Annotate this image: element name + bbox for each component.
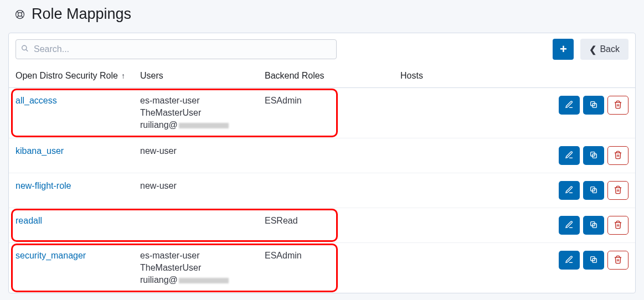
svg-line-2 [17, 11, 18, 13]
clone-button[interactable] [583, 216, 604, 235]
svg-line-4 [17, 15, 18, 17]
cell-actions [551, 96, 628, 115]
svg-point-6 [22, 45, 27, 50]
cell-backend: ESAdmin [265, 251, 400, 261]
table-row: security_manageres-master-userTheMasterU… [9, 243, 635, 293]
user-item: new-user [140, 146, 265, 156]
svg-line-3 [22, 15, 23, 17]
cell-role: new-flight-role [16, 181, 140, 191]
add-button[interactable]: + [553, 39, 574, 60]
delete-button[interactable] [607, 146, 628, 165]
col-header-backend[interactable]: Backend Roles [265, 71, 400, 81]
cell-users: new-user [140, 146, 265, 156]
table-row: kibana_usernew-user [9, 138, 635, 173]
pencil-icon [565, 255, 574, 266]
user-list: es-master-userTheMasterUserruiliang@ [140, 96, 265, 130]
col-header-actions [551, 71, 628, 81]
cell-role: security_manager [16, 251, 140, 261]
cell-users: new-user [140, 181, 265, 191]
page-header: Role Mappings [8, 6, 636, 23]
search-icon [21, 45, 29, 54]
cell-actions [551, 251, 628, 270]
trash-icon [614, 151, 622, 161]
col-header-role[interactable]: Open Distro Security Role ↑ [16, 71, 140, 81]
redacted-text [179, 278, 229, 283]
edit-button[interactable] [559, 146, 580, 165]
chevron-left-icon: ❮ [589, 44, 596, 55]
copy-icon [589, 185, 598, 196]
search-input[interactable] [16, 39, 337, 59]
sort-ascending-icon: ↑ [121, 71, 125, 80]
role-link[interactable]: kibana_user [16, 146, 64, 156]
table-row: readallESRead [9, 208, 635, 243]
user-item: new-user [140, 181, 265, 191]
search-wrap [16, 39, 337, 59]
cell-role: all_access [16, 96, 140, 106]
user-list: new-user [140, 181, 265, 191]
edit-button[interactable] [559, 251, 580, 270]
col-role-label: Open Distro Security Role [16, 71, 118, 81]
plus-icon: + [560, 43, 567, 55]
toolbar: + ❮ Back [9, 33, 635, 65]
role-link[interactable]: readall [16, 216, 42, 226]
delete-button[interactable] [607, 181, 628, 200]
table-header: Open Distro Security Role ↑ Users Backen… [9, 65, 635, 88]
table-body: all_accesses-master-userTheMasterUserrui… [9, 88, 635, 293]
role-link[interactable]: security_manager [16, 251, 86, 261]
clone-button[interactable] [583, 181, 604, 200]
col-header-hosts[interactable]: Hosts [400, 71, 551, 81]
cell-users: es-master-userTheMasterUserruiliang@ [140, 251, 265, 285]
user-item: ruiliang@ [140, 120, 265, 130]
svg-line-5 [22, 11, 23, 13]
cell-actions [551, 181, 628, 200]
col-header-users[interactable]: Users [140, 71, 265, 81]
pencil-icon [565, 100, 574, 111]
trash-icon [614, 185, 622, 196]
user-item: TheMasterUser [140, 263, 265, 273]
user-item: es-master-user [140, 96, 265, 106]
pencil-icon [565, 185, 574, 196]
back-button[interactable]: ❮ Back [580, 39, 628, 60]
role-link[interactable]: all_access [16, 96, 57, 106]
trash-icon [614, 220, 622, 231]
trash-icon [614, 100, 622, 111]
edit-button[interactable] [559, 216, 580, 235]
user-list: es-master-userTheMasterUserruiliang@ [140, 251, 265, 285]
cell-users: es-master-userTheMasterUserruiliang@ [140, 96, 265, 130]
copy-icon [589, 100, 598, 111]
copy-icon [589, 151, 598, 161]
redacted-text [179, 123, 229, 128]
delete-button[interactable] [607, 251, 628, 270]
clone-button[interactable] [583, 251, 604, 270]
cell-backend: ESAdmin [265, 96, 400, 106]
cell-role: kibana_user [16, 146, 140, 156]
cell-actions [551, 216, 628, 235]
clone-button[interactable] [583, 96, 604, 115]
edit-button[interactable] [559, 96, 580, 115]
role-link[interactable]: new-flight-role [16, 181, 71, 191]
svg-point-1 [18, 12, 22, 16]
user-item: TheMasterUser [140, 108, 265, 118]
cell-actions [551, 146, 628, 165]
user-list: new-user [140, 146, 265, 156]
table-row: new-flight-rolenew-user [9, 173, 635, 208]
table-row: all_accesses-master-userTheMasterUserrui… [9, 88, 635, 138]
pencil-icon [565, 151, 574, 161]
trash-icon [614, 255, 622, 266]
clone-button[interactable] [583, 146, 604, 165]
delete-button[interactable] [607, 216, 628, 235]
user-item: ruiliang@ [140, 275, 265, 285]
cell-backend: ESRead [265, 216, 400, 226]
copy-icon [589, 220, 598, 231]
pencil-icon [565, 220, 574, 231]
delete-button[interactable] [607, 96, 628, 115]
copy-icon [589, 255, 598, 266]
page-title: Role Mappings [32, 6, 131, 23]
cell-role: readall [16, 216, 140, 226]
edit-button[interactable] [559, 181, 580, 200]
main-panel: + ❮ Back Open Distro Security Role ↑ Use… [8, 33, 636, 293]
back-label: Back [600, 44, 620, 54]
user-item: es-master-user [140, 251, 265, 261]
lifebuoy-icon [14, 8, 26, 20]
svg-line-7 [26, 49, 28, 51]
